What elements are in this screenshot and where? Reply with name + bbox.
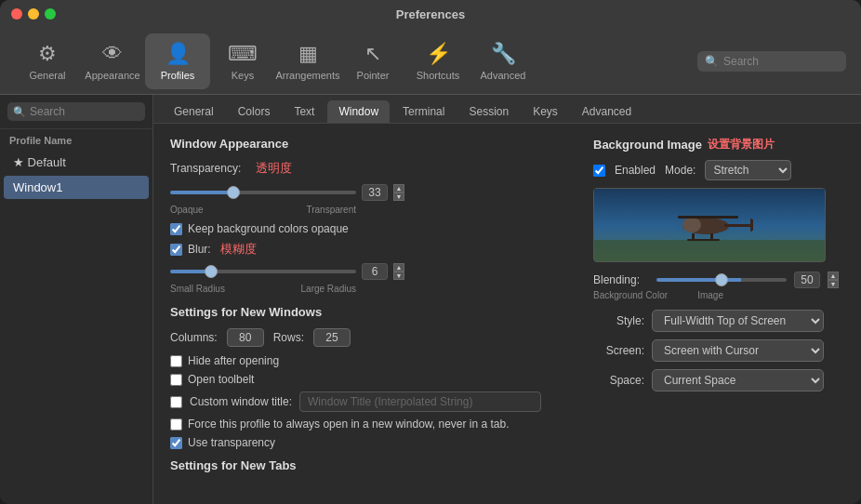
blending-stepper: ▲ ▼ [828,272,839,288]
toolbar-profiles[interactable]: 👤 Profiles [145,33,210,89]
toolbar-appearance[interactable]: 👁 Appearance [80,33,145,89]
custom-title-checkbox[interactable] [170,396,182,408]
toolbar: ⚙ General 👁 Appearance 👤 Profiles ⌨ Keys… [0,28,861,95]
small-radius-label: Small Radius [170,284,225,294]
open-toolbelt-label: Open toolbelt [188,373,254,386]
tab-session[interactable]: Session [457,100,520,123]
hide-after-opening-label: Hide after opening [188,354,279,367]
hide-after-opening-checkbox[interactable] [170,355,182,367]
blur-checkbox[interactable] [170,244,182,256]
sidebar-search-icon: 🔍 [13,106,26,118]
tab-terminal[interactable]: Terminal [391,100,456,123]
space-row: Space: Current Space All Spaces [593,369,844,391]
close-button[interactable] [11,8,22,20]
maximize-button[interactable] [45,8,56,20]
columns-row: Columns: Rows: [170,328,575,347]
blur-slider-row: 6 ▲ ▼ [170,263,575,280]
bg-image-preview[interactable] [593,188,826,262]
tab-text[interactable]: Text [283,100,325,123]
toolbar-shortcuts-label: Shortcuts [417,70,459,81]
toolbar-advanced[interactable]: 🔧 Advanced [470,33,536,89]
panel-left: Window Appearance Transparency: 透明度 33 ▲… [170,137,575,491]
screen-row: Screen: Screen with Cursor Main Screen S… [593,339,844,362]
blending-value: 50 [794,272,820,288]
sidebar-search-box: 🔍 [7,102,145,121]
bg-image-controls: Enabled Mode: Stretch Tile Scale to Fill… [593,160,844,180]
shortcuts-icon: ⚡ [426,42,451,66]
transparency-value: 33 [362,184,388,201]
panel-right: Background Image 设置背景图片 Enabled Mode: St… [593,137,844,491]
blending-increment[interactable]: ▲ [828,272,839,280]
bg-image-svg [594,189,826,262]
sidebar-item-default-label: ★ Default [13,155,66,169]
toolbar-pointer[interactable]: ↖ Pointer [340,33,405,89]
tab-keys[interactable]: Keys [522,100,569,123]
large-radius-label: Large Radius [301,284,356,294]
transparency-chinese: 透明度 [256,160,292,177]
tab-general[interactable]: General [163,100,225,123]
bg-image-inner [594,189,825,261]
tab-window[interactable]: Window [327,100,390,123]
blur-value: 6 [362,263,388,280]
svg-rect-1 [594,240,826,262]
appearance-icon: 👁 [102,42,123,66]
sidebar-search-area: 🔍 [0,95,152,129]
use-transparency-checkbox[interactable] [170,437,182,449]
toolbar-search-input[interactable] [723,55,839,68]
traffic-lights [11,8,56,20]
toolbar-appearance-label: Appearance [85,70,139,81]
toolbar-general[interactable]: ⚙ General [15,33,80,89]
toolbar-profiles-label: Profiles [161,70,195,81]
style-select[interactable]: Full-Width Top of Screen Top of Screen B… [652,310,824,332]
rows-input[interactable] [313,328,351,347]
tab-colors[interactable]: Colors [227,100,282,123]
screen-select[interactable]: Screen with Cursor Main Screen Screen 1 [652,339,824,362]
blur-slider[interactable] [170,270,356,273]
blending-ends: Background Color Image [593,290,723,300]
blending-slider[interactable] [656,278,787,282]
blending-label: Blending: [593,273,649,286]
transparency-row: Transparency: 透明度 [170,160,575,177]
toolbar-arrangements[interactable]: ▦ Arrangements [275,33,340,89]
minimize-button[interactable] [28,8,39,20]
blur-header-row: Blur: 模糊度 [170,241,575,258]
bg-image-title: Background Image 设置背景图片 [593,137,844,153]
transparency-increment[interactable]: ▲ [393,184,404,192]
blending-decrement[interactable]: ▼ [828,280,839,288]
columns-input[interactable] [227,328,264,347]
rows-label: Rows: [273,331,304,344]
blur-decrement[interactable]: ▼ [393,272,404,280]
keep-bg-colors-checkbox[interactable] [170,223,182,235]
opacity-label: Opaque [170,205,204,215]
bg-image-title-text: Background Image [593,138,702,152]
sidebar-item-window1[interactable]: Window1 [4,176,149,199]
bg-enabled-checkbox[interactable] [593,165,605,177]
transparency-slider[interactable] [170,191,356,194]
sidebar-search-input[interactable] [30,105,139,118]
toolbar-search-box: 🔍 [697,51,846,72]
force-profile-row: Force this profile to always open in a n… [170,418,575,431]
toolbar-shortcuts[interactable]: ⚡ Shortcuts [405,33,470,89]
pointer-icon: ↖ [364,42,381,66]
appearance-section-title: Window Appearance [170,137,575,151]
tab-advanced[interactable]: Advanced [571,100,642,123]
sidebar-item-default[interactable]: ★ Default [4,151,149,174]
toolbar-search-icon: 🔍 [705,55,719,68]
arrangements-icon: ▦ [298,42,318,66]
blending-row: Blending: 50 ▲ ▼ [593,272,844,288]
custom-title-input[interactable] [299,391,541,412]
toolbar-keys[interactable]: ⌨ Keys [210,33,275,89]
transparency-decrement[interactable]: ▼ [393,192,404,201]
custom-title-label: Custom window title: [190,395,292,408]
sidebar: 🔍 Profile Name ★ Default Window1 [0,95,153,504]
columns-label: Columns: [170,331,218,344]
blur-increment[interactable]: ▲ [393,263,404,272]
mode-select[interactable]: Stretch Tile Scale to Fill Scale to Fit … [705,160,791,180]
space-select[interactable]: Current Space All Spaces [652,369,824,391]
open-toolbelt-checkbox[interactable] [170,374,182,386]
screen-label: Screen: [593,344,644,357]
svg-point-5 [682,218,701,232]
force-profile-checkbox[interactable] [170,418,182,431]
general-icon: ⚙ [38,42,57,66]
new-windows-section: Settings for New Windows Columns: Rows: … [170,305,575,472]
